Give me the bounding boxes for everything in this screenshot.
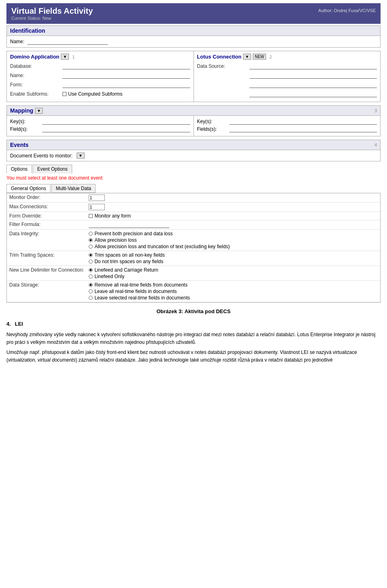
domino-name-label: Name:	[10, 73, 62, 78]
lotus-row4	[197, 90, 377, 98]
mapping-keys-left-input[interactable]	[42, 118, 190, 125]
monitor-order-input[interactable]: 1	[89, 195, 105, 201]
mapping-fields-right-input[interactable]	[229, 126, 377, 132]
subforms-checkbox[interactable]	[62, 92, 67, 96]
mapping-left: Key(s): Field(s):	[7, 116, 194, 136]
monitor-order-row: Monitor Order: 1	[7, 193, 380, 203]
subtab-multi-value[interactable]: Multi-Value Data	[51, 184, 96, 193]
form-override-row: Form Override: Monitor any form	[7, 212, 380, 220]
trim-trailing-option-0[interactable]: Trim spaces on all non-key fields	[89, 252, 378, 258]
page-title: Virtual Fields Activity	[11, 6, 93, 16]
data-integrity-option-0[interactable]: Prevent both precision and data loss	[89, 231, 378, 236]
radio-newline-1[interactable]	[89, 274, 93, 278]
data-storage-label-1: Leave all real-time fields in documents	[94, 289, 177, 294]
main-tabs-bar: Options Event Options	[6, 165, 381, 174]
radio-trim-0[interactable]	[89, 253, 93, 257]
subforms-row: Enable Subforms: Use Computed Subforms	[10, 90, 190, 98]
tab-options[interactable]: Options	[6, 165, 32, 174]
form-input[interactable]	[62, 82, 190, 88]
radio-data-integrity-0[interactable]	[89, 232, 93, 236]
max-connections-value-cell: 1	[86, 203, 380, 212]
radio-storage-0[interactable]	[89, 283, 93, 287]
lotus-connection-col: Lotus Connection ▼ NEW 2 Data Source:	[194, 51, 381, 102]
figure-caption: Obrázek 3: Aktivita pod DECS	[6, 308, 381, 316]
max-connections-label: Max.Connections:	[7, 203, 86, 212]
filter-formula-input[interactable]	[89, 222, 169, 228]
data-storage-option-0[interactable]: Remove all real-time fields from documen…	[89, 282, 378, 288]
domino-name-row: Name:	[10, 71, 190, 80]
events-title: Events	[10, 142, 29, 148]
form-override-checkbox[interactable]	[89, 214, 93, 218]
radio-storage-1[interactable]	[89, 289, 93, 293]
lotus-num: 2	[269, 54, 272, 59]
new-line-label: New Line Delimiter for Connection:	[7, 266, 86, 281]
new-line-label-0: Linefeed and Carriage Return	[94, 267, 158, 273]
mapping-num: 3	[375, 108, 377, 113]
data-integrity-label-2: Allow precision loss and truncation of t…	[94, 244, 230, 249]
trim-trailing-radio-group: Trim spaces on all non-key fields Do not…	[89, 252, 378, 264]
subtabs-bar: General Options Multi-Value Data	[6, 184, 381, 193]
author-text: Author: Ondrej Fuxa/VC/VSE	[318, 8, 376, 13]
domino-title: Domino Application	[10, 54, 59, 60]
data-integrity-radio-group: Prevent both precision and data loss All…	[89, 231, 378, 249]
trim-label-1: Do not trim spaces on any fields	[94, 259, 163, 264]
domino-dropdown-btn[interactable]: ▼	[61, 54, 69, 60]
lotus-input3[interactable]	[250, 82, 377, 88]
database-row: Database:	[10, 62, 190, 70]
general-options-section: Monitor Order: 1 Max.Connections:	[6, 193, 381, 303]
mapping-keys-right-input[interactable]	[229, 118, 377, 125]
form-override-label: Form Override:	[7, 212, 86, 220]
max-connections-row: Max.Connections: 1	[7, 203, 380, 212]
lotus-dropdown-btn[interactable]: ▼	[243, 54, 251, 60]
form-row: Form:	[10, 81, 190, 89]
new-line-label-1: Linefeed Only	[94, 274, 124, 279]
radio-trim-1[interactable]	[89, 259, 93, 264]
new-line-cell: Linefeed and Carriage Return Linefeed On…	[86, 266, 380, 281]
data-storage-radio-group: Remove all real-time fields from documen…	[89, 282, 378, 301]
trim-trailing-label: Trim Trailing Spaces:	[7, 251, 86, 266]
mapping-section: Mapping ▼ 3 Key(s): Field(s): Key(s):	[6, 105, 381, 136]
new-line-option-0[interactable]: Linefeed and Carriage Return	[89, 267, 378, 273]
monitor-order-val: 1	[89, 195, 92, 201]
data-storage-option-1[interactable]: Leave all real-time fields in documents	[89, 289, 378, 294]
data-storage-option-2[interactable]: Leave selected real-time fields in docum…	[89, 295, 378, 301]
tab-event-options[interactable]: Event Options	[33, 165, 72, 174]
radio-storage-2[interactable]	[89, 296, 93, 300]
identification-title: Identification	[10, 27, 45, 34]
lei-title: LEI	[15, 321, 23, 327]
trim-trailing-option-1[interactable]: Do not trim spaces on any fields	[89, 259, 378, 264]
status-text: Current Status: New	[11, 16, 376, 21]
lotus-input2[interactable]	[250, 72, 377, 79]
two-col-layout: Domino Application ▼ 1 Database: Name: F…	[7, 51, 380, 102]
lotus-input4[interactable]	[250, 91, 377, 97]
lotus-new-btn[interactable]: NEW	[253, 54, 266, 60]
doc-events-dropdown[interactable]: ▼	[77, 153, 85, 159]
mapping-keys-left-label: Key(s):	[10, 119, 42, 124]
subtab-general-options[interactable]: General Options	[6, 184, 50, 193]
trim-label-0: Trim spaces on all non-key fields	[94, 252, 164, 258]
mapping-fields-left-label: Field(s):	[10, 126, 42, 132]
mapping-fields-left-input[interactable]	[42, 126, 190, 132]
max-connections-input[interactable]: 1	[89, 204, 105, 210]
radio-newline-0[interactable]	[89, 268, 93, 272]
domino-num: 1	[72, 54, 75, 59]
database-input[interactable]	[62, 63, 190, 69]
radio-data-integrity-1[interactable]	[89, 238, 93, 242]
mapping-dropdown-btn[interactable]: ▼	[35, 108, 43, 114]
database-label: Database:	[10, 63, 62, 69]
events-section: Events 4 Document Events to monitor: ▼	[6, 140, 381, 161]
name-input[interactable]	[27, 38, 108, 45]
radio-data-integrity-2[interactable]	[89, 245, 93, 249]
data-integrity-option-2[interactable]: Allow precision loss and truncation of t…	[89, 244, 378, 249]
form-label: Form:	[10, 82, 62, 88]
new-line-option-1[interactable]: Linefeed Only	[89, 274, 378, 279]
validation-message: You must select at least one document ev…	[6, 175, 381, 181]
data-integrity-option-1[interactable]: Allow precision loss	[89, 237, 378, 243]
mapping-fields-left-row: Field(s):	[10, 126, 190, 132]
domino-name-input[interactable]	[62, 72, 190, 79]
lei-num: 4.	[6, 321, 11, 327]
filter-formula-label: Filter Formula:	[7, 220, 86, 230]
form-override-cell: Monitor any form	[86, 212, 380, 220]
identification-body: Name:	[7, 36, 380, 47]
datasource-input[interactable]	[250, 63, 377, 69]
